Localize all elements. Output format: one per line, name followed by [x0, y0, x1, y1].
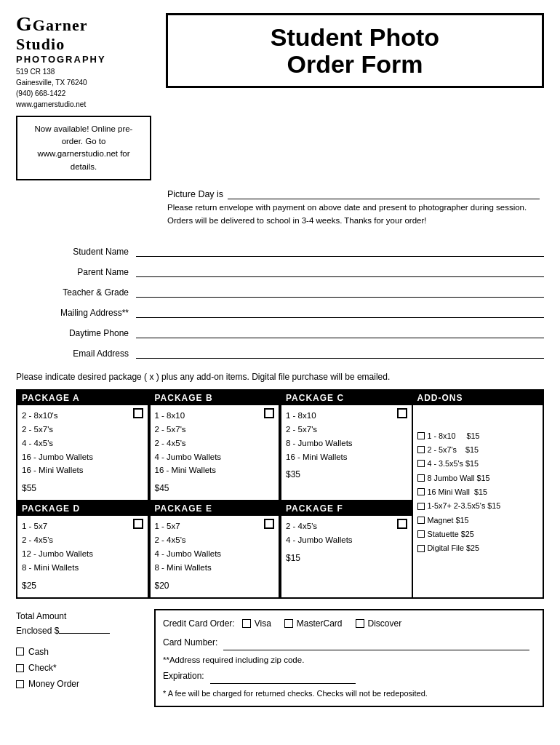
enclosed-field[interactable]	[59, 633, 110, 634]
package-a-checkbox[interactable]	[133, 408, 143, 418]
package-f-item-1: 2 - 4x5's	[286, 519, 407, 533]
student-name-field[interactable]	[136, 244, 544, 257]
daytime-phone-field[interactable]	[136, 325, 544, 338]
package-f-checkbox[interactable]	[397, 519, 407, 529]
teacher-grade-label: Teacher & Grade	[31, 287, 136, 298]
studio-photography: Photography	[16, 54, 151, 65]
package-d-header: PACKAGE D	[17, 501, 148, 516]
package-f-price: $15	[286, 551, 407, 566]
addon-7-checkbox[interactable]	[417, 517, 425, 524]
discover-option: Discover	[356, 616, 402, 631]
package-b-item-1: 1 - 8x10	[155, 409, 275, 423]
check-checkbox[interactable]	[16, 664, 24, 672]
package-b-item-4: 4 - Jumbo Wallets	[155, 450, 275, 464]
visa-checkbox[interactable]	[242, 619, 251, 628]
package-a-item-4: 16 - Jumbo Wallets	[22, 450, 143, 464]
card-number-label: Card Number:	[163, 635, 217, 650]
package-d-item-2: 2 - 4x5's	[22, 533, 143, 547]
logo-section: GGarner Studio Photography 519 CR 138 Ga…	[16, 13, 161, 180]
package-a-item-3: 4 - 4x5's	[22, 437, 143, 450]
addon-5-checkbox[interactable]	[417, 488, 425, 495]
package-b-item-5: 16 - Mini Wallets	[155, 463, 275, 477]
package-a-item-1: 2 - 8x10's	[22, 409, 143, 423]
discover-checkbox[interactable]	[356, 619, 364, 628]
form-title-box: Student Photo Order Form	[166, 13, 544, 88]
package-c-item-4: 16 - Mini Wallets	[286, 450, 407, 464]
package-b-header: PACKAGE B	[151, 391, 279, 405]
daytime-phone-row: Daytime Phone	[31, 325, 544, 338]
picture-day-section: Picture Day is Please return envelope wi…	[167, 188, 544, 228]
parent-name-field[interactable]	[136, 264, 544, 277]
addon-item-1: 1 - 8x10 $15	[417, 429, 539, 442]
package-a-price: $55	[22, 482, 143, 496]
expiration-row: Expiration:	[163, 669, 535, 683]
package-e-price: $20	[155, 579, 275, 594]
mailing-address-field[interactable]	[136, 305, 544, 318]
package-c-header: PACKAGE C	[281, 391, 412, 405]
package-e-item-2: 2 - 4x5's	[155, 533, 275, 547]
card-number-field[interactable]	[223, 639, 529, 650]
package-e-item-4: 8 - Mini Wallets	[155, 561, 275, 575]
teacher-grade-field[interactable]	[136, 284, 544, 298]
credit-card-label: Credit Card Order:	[163, 616, 235, 631]
package-a-item-5: 16 - Mini Wallets	[22, 463, 143, 477]
addon-item-6: 1-5x7+ 2-3.5x5's $15	[417, 499, 539, 512]
package-a-header: PACKAGE A	[17, 391, 148, 405]
package-d-item-3: 12 - Jumbo Wallets	[22, 547, 143, 561]
mailing-address-row: Mailing Address**	[31, 305, 544, 318]
discover-label: Discover	[368, 616, 402, 631]
package-c-checkbox[interactable]	[397, 408, 407, 418]
addon-item-9: Digital File $25	[417, 541, 539, 554]
expiration-field[interactable]	[210, 672, 356, 684]
mastercard-checkbox[interactable]	[284, 619, 293, 628]
expiration-label: Expiration:	[163, 669, 204, 683]
daytime-phone-label: Daytime Phone	[31, 328, 136, 338]
package-f-header: PACKAGE F	[281, 501, 412, 516]
email-address-field[interactable]	[136, 346, 544, 359]
package-f-content: 2 - 4x5's 4 - Jumbo Wallets $15	[281, 516, 412, 570]
package-a-content: 2 - 8x10's 2 - 5x7's 4 - 4x5's 16 - Jumb…	[17, 405, 148, 501]
package-e-item-1: 1 - 5x7	[155, 519, 275, 533]
mastercard-label: MasterCard	[297, 616, 343, 631]
packages-table: PACKAGE A 2 - 8x10's 2 - 5x7's 4 - 4x5's…	[16, 389, 544, 599]
mastercard-option: MasterCard	[284, 616, 343, 631]
money-order-row: Money Order	[16, 677, 147, 691]
addon-item-4: 8 Jumbo Wall $15	[417, 471, 539, 485]
package-c-item-3: 8 - Jumbo Wallets	[286, 437, 407, 450]
addons-box: ADD-ONS 1 - 8x10 $15 2 - 5x7's $15 4 - 3…	[412, 391, 543, 597]
email-address-label: Email Address	[31, 348, 136, 359]
package-d-item-4: 8 - Mini Wallets	[22, 561, 143, 575]
total-amount-line: Total Amount	[16, 609, 147, 624]
addon-9-checkbox[interactable]	[417, 545, 425, 552]
package-b-price: $45	[155, 482, 275, 496]
addon-item-3: 4 - 3.5x5's $15	[417, 457, 539, 470]
addon-4-checkbox[interactable]	[417, 474, 425, 482]
card-number-row: Card Number:	[163, 635, 535, 650]
header: GGarner Studio Photography 519 CR 138 Ga…	[16, 13, 544, 180]
online-order-box: Now available! Online pre-order. Go to w…	[16, 116, 151, 180]
package-c-item-1: 1 - 8x10	[286, 409, 407, 423]
package-d-item-1: 1 - 5x7	[22, 519, 143, 533]
page: GGarner Studio Photography 519 CR 138 Ga…	[0, 0, 560, 745]
addon-1-checkbox[interactable]	[417, 432, 425, 439]
addon-8-checkbox[interactable]	[417, 530, 425, 538]
package-f-item-2: 4 - Jumbo Wallets	[286, 533, 407, 547]
addon-item-7: Magnet $15	[417, 514, 539, 527]
addon-2-checkbox[interactable]	[417, 446, 425, 453]
package-c-content: 1 - 8x10 2 - 5x7's 8 - Jumbo Wallets 16 …	[281, 405, 412, 487]
package-e-checkbox[interactable]	[264, 519, 274, 529]
credit-card-options-row: Credit Card Order: Visa MasterCard Disco…	[163, 616, 535, 631]
addon-6-checkbox[interactable]	[417, 503, 425, 510]
check-row: Check*	[16, 661, 147, 675]
money-order-checkbox[interactable]	[16, 680, 24, 688]
package-e-item-3: 4 - Jumbo Wallets	[155, 547, 275, 561]
addons-content: 1 - 8x10 $15 2 - 5x7's $15 4 - 3.5x5's $…	[413, 405, 543, 559]
cash-checkbox[interactable]	[16, 648, 24, 656]
addon-3-checkbox[interactable]	[417, 460, 425, 467]
form-title-line2: Order Form	[175, 51, 535, 78]
addon-item-2: 2 - 5x7's $15	[417, 443, 539, 456]
package-b-checkbox[interactable]	[264, 408, 274, 418]
package-d-checkbox[interactable]	[133, 519, 143, 529]
package-d-price: $25	[22, 579, 143, 594]
package-b-box: PACKAGE B 1 - 8x10 2 - 5x7's 2 - 4x5's 4…	[149, 391, 281, 501]
